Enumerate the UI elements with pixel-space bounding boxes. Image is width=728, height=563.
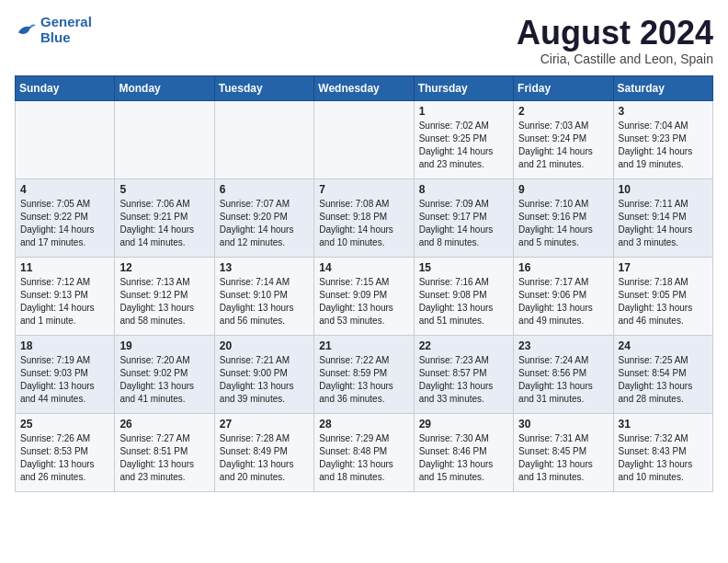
day-number: 5 bbox=[119, 183, 209, 196]
calendar-cell: 18Sunrise: 7:19 AM Sunset: 9:03 PM Dayli… bbox=[16, 335, 115, 413]
day-info: Sunrise: 7:31 AM Sunset: 8:45 PM Dayligh… bbox=[518, 432, 608, 484]
calendar-cell: 5Sunrise: 7:06 AM Sunset: 9:21 PM Daylig… bbox=[115, 178, 214, 257]
day-number: 25 bbox=[20, 418, 109, 431]
day-info: Sunrise: 7:27 AM Sunset: 8:51 PM Dayligh… bbox=[119, 432, 209, 484]
day-info: Sunrise: 7:03 AM Sunset: 9:24 PM Dayligh… bbox=[518, 120, 608, 171]
day-info: Sunrise: 7:19 AM Sunset: 9:03 PM Dayligh… bbox=[20, 354, 109, 406]
day-number: 10 bbox=[619, 183, 708, 196]
calendar-cell: 29Sunrise: 7:30 AM Sunset: 8:46 PM Dayli… bbox=[414, 413, 513, 491]
calendar-cell: 6Sunrise: 7:07 AM Sunset: 9:20 PM Daylig… bbox=[214, 178, 313, 257]
day-number: 21 bbox=[319, 339, 408, 352]
location-subtitle: Ciria, Castille and Leon, Spain bbox=[517, 52, 713, 66]
calendar-body: 1Sunrise: 7:02 AM Sunset: 9:25 PM Daylig… bbox=[16, 100, 713, 491]
calendar-cell: 12Sunrise: 7:13 AM Sunset: 9:12 PM Dayli… bbox=[115, 257, 214, 335]
calendar-cell: 8Sunrise: 7:09 AM Sunset: 9:17 PM Daylig… bbox=[414, 178, 513, 257]
day-info: Sunrise: 7:32 AM Sunset: 8:43 PM Dayligh… bbox=[619, 432, 708, 484]
day-number: 7 bbox=[319, 183, 408, 196]
day-number: 11 bbox=[20, 261, 109, 274]
day-number: 3 bbox=[619, 105, 708, 118]
header-cell-saturday: Saturday bbox=[613, 75, 712, 100]
calendar-cell: 31Sunrise: 7:32 AM Sunset: 8:43 PM Dayli… bbox=[613, 413, 712, 491]
day-number: 20 bbox=[220, 339, 309, 352]
day-number: 31 bbox=[619, 418, 708, 431]
day-number: 24 bbox=[619, 339, 708, 352]
day-info: Sunrise: 7:05 AM Sunset: 9:22 PM Dayligh… bbox=[20, 198, 109, 249]
calendar-table: SundayMondayTuesdayWednesdayThursdayFrid… bbox=[15, 75, 713, 492]
day-info: Sunrise: 7:13 AM Sunset: 9:12 PM Dayligh… bbox=[119, 276, 209, 327]
day-info: Sunrise: 7:22 AM Sunset: 8:59 PM Dayligh… bbox=[319, 354, 408, 406]
day-info: Sunrise: 7:15 AM Sunset: 9:09 PM Dayligh… bbox=[319, 276, 408, 327]
day-info: Sunrise: 7:24 AM Sunset: 8:56 PM Dayligh… bbox=[518, 354, 608, 406]
title-block: August 2024 Ciria, Castille and Leon, Sp… bbox=[517, 15, 713, 66]
day-info: Sunrise: 7:29 AM Sunset: 8:48 PM Dayligh… bbox=[319, 432, 408, 484]
day-info: Sunrise: 7:23 AM Sunset: 8:57 PM Dayligh… bbox=[419, 354, 508, 406]
calendar-cell: 16Sunrise: 7:17 AM Sunset: 9:06 PM Dayli… bbox=[514, 257, 613, 335]
day-number: 30 bbox=[518, 418, 608, 431]
day-number: 29 bbox=[419, 418, 508, 431]
calendar-cell: 15Sunrise: 7:16 AM Sunset: 9:08 PM Dayli… bbox=[414, 257, 513, 335]
month-title: August 2024 bbox=[517, 15, 713, 52]
day-number: 19 bbox=[119, 339, 209, 352]
calendar-cell: 1Sunrise: 7:02 AM Sunset: 9:25 PM Daylig… bbox=[414, 100, 513, 178]
day-info: Sunrise: 7:11 AM Sunset: 9:14 PM Dayligh… bbox=[619, 198, 708, 249]
calendar-cell: 19Sunrise: 7:20 AM Sunset: 9:02 PM Dayli… bbox=[115, 335, 214, 413]
calendar-cell: 10Sunrise: 7:11 AM Sunset: 9:14 PM Dayli… bbox=[613, 178, 712, 257]
calendar-cell: 3Sunrise: 7:04 AM Sunset: 9:23 PM Daylig… bbox=[613, 100, 712, 178]
day-info: Sunrise: 7:17 AM Sunset: 9:06 PM Dayligh… bbox=[518, 276, 608, 327]
header-cell-wednesday: Wednesday bbox=[314, 75, 414, 100]
day-number: 22 bbox=[419, 339, 508, 352]
day-info: Sunrise: 7:12 AM Sunset: 9:13 PM Dayligh… bbox=[20, 276, 109, 327]
day-number: 1 bbox=[419, 105, 508, 118]
calendar-cell: 2Sunrise: 7:03 AM Sunset: 9:24 PM Daylig… bbox=[514, 100, 613, 178]
day-info: Sunrise: 7:08 AM Sunset: 9:18 PM Dayligh… bbox=[319, 198, 408, 249]
calendar-cell: 25Sunrise: 7:26 AM Sunset: 8:53 PM Dayli… bbox=[16, 413, 115, 491]
logo-bird-icon bbox=[15, 19, 37, 41]
day-info: Sunrise: 7:25 AM Sunset: 8:54 PM Dayligh… bbox=[619, 354, 708, 406]
day-number: 17 bbox=[619, 261, 708, 274]
calendar-cell: 24Sunrise: 7:25 AM Sunset: 8:54 PM Dayli… bbox=[613, 335, 712, 413]
week-row-2: 11Sunrise: 7:12 AM Sunset: 9:13 PM Dayli… bbox=[16, 257, 713, 335]
day-number: 15 bbox=[419, 261, 508, 274]
day-info: Sunrise: 7:20 AM Sunset: 9:02 PM Dayligh… bbox=[119, 354, 209, 406]
day-number: 12 bbox=[119, 261, 209, 274]
day-info: Sunrise: 7:10 AM Sunset: 9:16 PM Dayligh… bbox=[518, 198, 608, 249]
header-cell-monday: Monday bbox=[115, 75, 214, 100]
calendar-cell bbox=[214, 100, 313, 178]
calendar-cell bbox=[115, 100, 214, 178]
day-number: 26 bbox=[119, 418, 209, 431]
day-number: 4 bbox=[20, 183, 109, 196]
day-info: Sunrise: 7:06 AM Sunset: 9:21 PM Dayligh… bbox=[119, 198, 209, 249]
calendar-cell: 7Sunrise: 7:08 AM Sunset: 9:18 PM Daylig… bbox=[314, 178, 414, 257]
day-info: Sunrise: 7:16 AM Sunset: 9:08 PM Dayligh… bbox=[419, 276, 508, 327]
calendar-cell: 26Sunrise: 7:27 AM Sunset: 8:51 PM Dayli… bbox=[115, 413, 214, 491]
day-number: 27 bbox=[220, 418, 309, 431]
calendar-cell bbox=[314, 100, 414, 178]
calendar-cell: 11Sunrise: 7:12 AM Sunset: 9:13 PM Dayli… bbox=[16, 257, 115, 335]
week-row-4: 25Sunrise: 7:26 AM Sunset: 8:53 PM Dayli… bbox=[16, 413, 713, 491]
day-number: 18 bbox=[20, 339, 109, 352]
logo-text: General Blue bbox=[40, 15, 92, 45]
calendar-cell: 22Sunrise: 7:23 AM Sunset: 8:57 PM Dayli… bbox=[414, 335, 513, 413]
day-number: 8 bbox=[419, 183, 508, 196]
header-row: SundayMondayTuesdayWednesdayThursdayFrid… bbox=[16, 75, 713, 100]
day-info: Sunrise: 7:30 AM Sunset: 8:46 PM Dayligh… bbox=[419, 432, 508, 484]
calendar-cell: 13Sunrise: 7:14 AM Sunset: 9:10 PM Dayli… bbox=[214, 257, 313, 335]
day-info: Sunrise: 7:18 AM Sunset: 9:05 PM Dayligh… bbox=[619, 276, 708, 327]
calendar-cell: 30Sunrise: 7:31 AM Sunset: 8:45 PM Dayli… bbox=[514, 413, 613, 491]
day-info: Sunrise: 7:02 AM Sunset: 9:25 PM Dayligh… bbox=[419, 120, 508, 171]
day-info: Sunrise: 7:14 AM Sunset: 9:10 PM Dayligh… bbox=[220, 276, 309, 327]
calendar-cell: 17Sunrise: 7:18 AM Sunset: 9:05 PM Dayli… bbox=[613, 257, 712, 335]
calendar-cell: 23Sunrise: 7:24 AM Sunset: 8:56 PM Dayli… bbox=[514, 335, 613, 413]
day-number: 28 bbox=[319, 418, 408, 431]
day-info: Sunrise: 7:04 AM Sunset: 9:23 PM Dayligh… bbox=[619, 120, 708, 171]
day-number: 2 bbox=[518, 105, 608, 118]
calendar-cell: 4Sunrise: 7:05 AM Sunset: 9:22 PM Daylig… bbox=[16, 178, 115, 257]
day-number: 14 bbox=[319, 261, 408, 274]
week-row-3: 18Sunrise: 7:19 AM Sunset: 9:03 PM Dayli… bbox=[16, 335, 713, 413]
header-cell-friday: Friday bbox=[514, 75, 613, 100]
calendar-cell bbox=[16, 100, 115, 178]
day-number: 16 bbox=[518, 261, 608, 274]
header-cell-thursday: Thursday bbox=[414, 75, 513, 100]
day-info: Sunrise: 7:28 AM Sunset: 8:49 PM Dayligh… bbox=[220, 432, 309, 484]
header-cell-sunday: Sunday bbox=[16, 75, 115, 100]
